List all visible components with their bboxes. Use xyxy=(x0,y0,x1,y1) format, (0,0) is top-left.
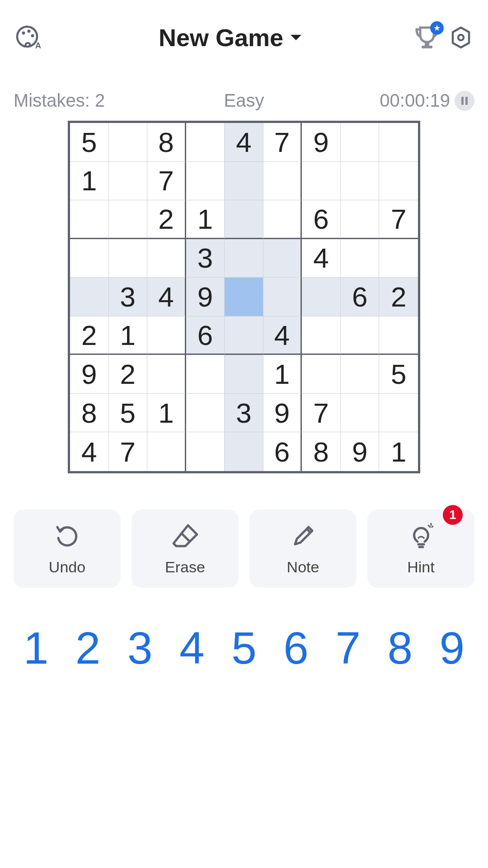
number-pad: 123456789 xyxy=(0,622,488,674)
cell-r7-c7[interactable] xyxy=(341,394,380,433)
cell-r1-c6[interactable] xyxy=(302,162,341,201)
cell-r3-c4[interactable] xyxy=(225,239,263,278)
cell-r1-c8[interactable] xyxy=(379,162,418,201)
cell-r4-c2[interactable]: 4 xyxy=(147,278,186,316)
pause-button[interactable] xyxy=(455,91,474,111)
cell-r5-c1[interactable]: 1 xyxy=(109,316,148,355)
settings-button[interactable] xyxy=(449,26,473,49)
numpad-3[interactable]: 3 xyxy=(114,622,166,674)
cell-r4-c3[interactable]: 9 xyxy=(186,278,225,316)
cell-r4-c0[interactable] xyxy=(70,278,109,316)
cell-r0-c8[interactable] xyxy=(379,123,418,162)
cell-r7-c0[interactable]: 8 xyxy=(70,394,109,433)
cell-r0-c0[interactable]: 5 xyxy=(70,123,109,162)
numpad-2[interactable]: 2 xyxy=(62,622,114,674)
numpad-8[interactable]: 8 xyxy=(374,622,426,674)
cell-r2-c7[interactable] xyxy=(341,200,380,239)
cell-r3-c1[interactable] xyxy=(109,239,148,278)
cell-r2-c6[interactable]: 6 xyxy=(302,200,341,239)
cell-r8-c4[interactable] xyxy=(225,432,263,471)
numpad-4[interactable]: 4 xyxy=(166,622,218,674)
cell-r1-c4[interactable] xyxy=(225,162,263,201)
cell-r5-c7[interactable] xyxy=(341,316,380,355)
cell-r3-c0[interactable] xyxy=(70,239,109,278)
cell-r7-c2[interactable]: 1 xyxy=(147,394,186,433)
cell-r6-c0[interactable]: 9 xyxy=(70,355,109,394)
cell-r2-c2[interactable]: 2 xyxy=(147,200,186,239)
cell-r2-c0[interactable] xyxy=(70,200,109,239)
cell-r8-c7[interactable]: 9 xyxy=(341,432,380,471)
cell-r6-c1[interactable]: 2 xyxy=(109,355,148,394)
cell-r3-c6[interactable]: 4 xyxy=(302,239,341,278)
cell-r0-c6[interactable]: 9 xyxy=(302,123,341,162)
cell-r8-c3[interactable] xyxy=(186,432,225,471)
cell-r8-c5[interactable]: 6 xyxy=(263,432,302,471)
numpad-7[interactable]: 7 xyxy=(322,622,374,674)
cell-r5-c3[interactable]: 6 xyxy=(186,316,225,355)
cell-r1-c2[interactable]: 7 xyxy=(147,162,186,201)
cell-r0-c1[interactable] xyxy=(109,123,148,162)
cell-r1-c5[interactable] xyxy=(263,162,302,201)
cell-r5-c8[interactable] xyxy=(379,316,418,355)
cell-r0-c7[interactable] xyxy=(341,123,380,162)
cell-r3-c8[interactable] xyxy=(379,239,418,278)
cell-r0-c5[interactable]: 7 xyxy=(263,123,302,162)
cell-r8-c6[interactable]: 8 xyxy=(302,432,341,471)
note-button[interactable]: Note xyxy=(249,509,357,588)
cell-r4-c5[interactable] xyxy=(263,278,302,316)
cell-r2-c4[interactable] xyxy=(225,200,263,239)
cell-r6-c2[interactable] xyxy=(147,355,186,394)
cell-r5-c2[interactable] xyxy=(147,316,186,355)
cell-r4-c8[interactable]: 2 xyxy=(379,278,418,316)
cell-r4-c6[interactable] xyxy=(302,278,341,316)
cell-r8-c8[interactable]: 1 xyxy=(379,432,418,471)
cell-r2-c3[interactable]: 1 xyxy=(186,200,225,239)
erase-button[interactable]: Erase xyxy=(131,509,239,588)
undo-button[interactable]: Undo xyxy=(14,509,121,588)
theme-button[interactable]: A xyxy=(15,25,41,50)
cell-r3-c5[interactable] xyxy=(263,239,302,278)
cell-r5-c6[interactable] xyxy=(302,316,341,355)
cell-r7-c3[interactable] xyxy=(186,394,225,433)
numpad-9[interactable]: 9 xyxy=(426,622,478,674)
cell-r7-c8[interactable] xyxy=(379,394,418,433)
cell-r1-c1[interactable] xyxy=(109,162,148,201)
cell-r0-c4[interactable]: 4 xyxy=(225,123,263,162)
cell-r8-c0[interactable]: 4 xyxy=(70,432,109,471)
cell-r7-c4[interactable]: 3 xyxy=(225,394,263,433)
numpad-1[interactable]: 1 xyxy=(10,622,62,674)
cell-r4-c1[interactable]: 3 xyxy=(109,278,148,316)
cell-r1-c0[interactable]: 1 xyxy=(70,162,109,201)
cell-r0-c3[interactable] xyxy=(186,123,225,162)
cell-r2-c5[interactable] xyxy=(263,200,302,239)
cell-r3-c7[interactable] xyxy=(341,239,380,278)
cell-r5-c4[interactable] xyxy=(225,316,263,355)
cell-r7-c5[interactable]: 9 xyxy=(263,394,302,433)
cell-r5-c0[interactable]: 2 xyxy=(70,316,109,355)
cell-r2-c8[interactable]: 7 xyxy=(379,200,418,239)
cell-r6-c5[interactable]: 1 xyxy=(263,355,302,394)
cell-r6-c8[interactable]: 5 xyxy=(379,355,418,394)
numpad-6[interactable]: 6 xyxy=(270,622,322,674)
cell-r8-c2[interactable] xyxy=(147,432,186,471)
cell-r8-c1[interactable]: 7 xyxy=(109,432,148,471)
cell-r4-c4[interactable] xyxy=(225,278,263,316)
numpad-5[interactable]: 5 xyxy=(218,622,270,674)
cell-r6-c7[interactable] xyxy=(341,355,380,394)
new-game-dropdown[interactable]: New Game xyxy=(70,24,391,52)
cell-r1-c7[interactable] xyxy=(341,162,380,201)
cell-r5-c5[interactable]: 4 xyxy=(263,316,302,355)
cell-r7-c6[interactable]: 7 xyxy=(302,394,341,433)
cell-r6-c3[interactable] xyxy=(186,355,225,394)
cell-r6-c4[interactable] xyxy=(225,355,263,394)
cell-r6-c6[interactable] xyxy=(302,355,341,394)
cell-r7-c1[interactable]: 5 xyxy=(109,394,148,433)
hint-button[interactable]: 1 Hint xyxy=(367,509,474,588)
cell-r1-c3[interactable] xyxy=(186,162,225,201)
cell-r4-c7[interactable]: 6 xyxy=(341,278,380,316)
cell-r0-c2[interactable]: 8 xyxy=(147,123,186,162)
cell-r3-c2[interactable] xyxy=(147,239,186,278)
cell-r3-c3[interactable]: 3 xyxy=(186,239,225,278)
cell-r2-c1[interactable] xyxy=(109,200,148,239)
achievements-button[interactable] xyxy=(414,25,440,50)
